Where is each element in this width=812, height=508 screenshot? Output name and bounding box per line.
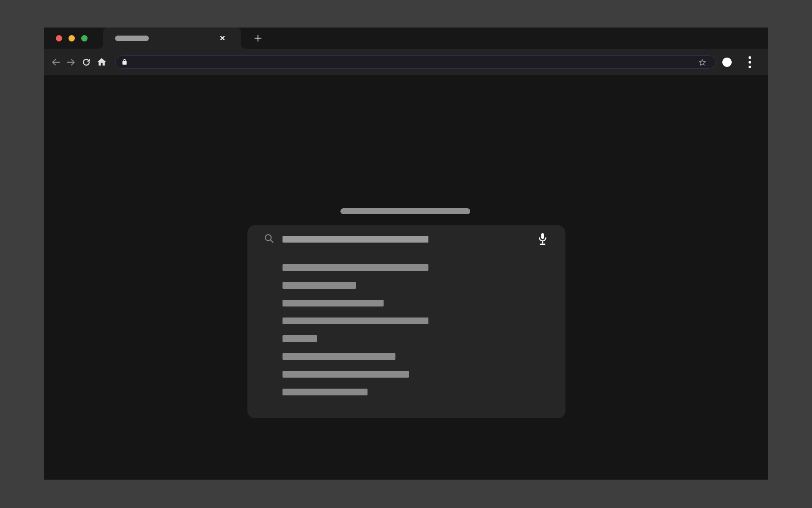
suggestion-item[interactable]: [283, 335, 428, 342]
search-query-placeholder: [283, 236, 428, 243]
suggestion-text-placeholder: [283, 371, 409, 378]
traffic-lights: [44, 28, 88, 49]
suggestion-text-placeholder: [283, 335, 317, 342]
suggestion-text-placeholder: [283, 353, 395, 360]
magnifier-icon: [263, 233, 275, 244]
browser-menu-button[interactable]: [743, 55, 756, 69]
reload-icon: [81, 57, 91, 67]
microphone-icon: [536, 232, 549, 247]
back-arrow-icon: [50, 57, 61, 68]
suggestion-item[interactable]: [283, 264, 428, 271]
suggestion-item[interactable]: [283, 353, 428, 360]
reload-button[interactable]: [79, 55, 94, 70]
search-panel: [247, 225, 565, 418]
page-content: [44, 75, 768, 480]
suggestion-item[interactable]: [283, 282, 428, 289]
suggestion-text-placeholder: [283, 318, 428, 324]
suggestion-text-placeholder: [283, 264, 428, 271]
suggestion-text-placeholder: [283, 300, 384, 306]
suggestion-item[interactable]: [283, 389, 428, 395]
browser-window: [44, 28, 768, 480]
search-input[interactable]: [247, 225, 565, 251]
suggestion-text-placeholder: [283, 389, 368, 395]
tab-strip: [44, 28, 768, 49]
plus-icon: [253, 33, 263, 43]
back-button[interactable]: [48, 55, 63, 70]
suggestion-item[interactable]: [283, 371, 428, 378]
profile-avatar[interactable]: [722, 58, 732, 67]
suggestion-text-placeholder: [283, 282, 356, 289]
x-close-icon: [219, 35, 226, 41]
voice-search-button[interactable]: [535, 231, 550, 248]
suggestion-item[interactable]: [283, 318, 428, 324]
url-bar[interactable]: [115, 55, 716, 69]
forward-arrow-icon: [66, 57, 77, 68]
browser-tab[interactable]: [103, 28, 241, 49]
kebab-menu-icon: [748, 56, 752, 69]
forward-button[interactable]: [63, 55, 79, 70]
suggestion-item[interactable]: [283, 300, 428, 306]
search-suggestions-list: [283, 264, 428, 395]
site-logo-placeholder: [340, 208, 470, 214]
window-close-button[interactable]: [56, 35, 62, 41]
home-icon: [96, 57, 107, 67]
home-button[interactable]: [94, 55, 109, 70]
browser-toolbar: [44, 49, 768, 75]
tab-close-button[interactable]: [217, 32, 228, 44]
bookmark-star-icon[interactable]: [698, 58, 707, 67]
tab-title-placeholder: [115, 36, 149, 41]
window-fullscreen-button[interactable]: [81, 35, 88, 41]
padlock-icon: [121, 58, 128, 66]
new-tab-button[interactable]: [252, 32, 264, 44]
window-minimize-button[interactable]: [69, 35, 75, 41]
